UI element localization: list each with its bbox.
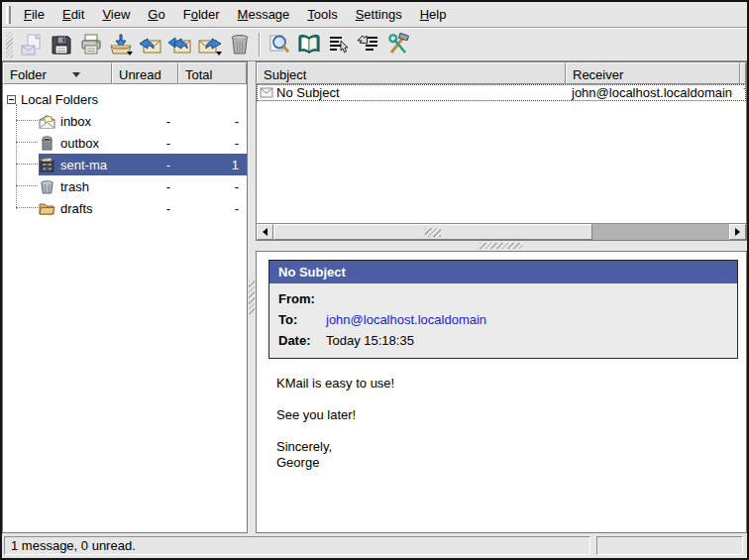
toolbar-drag-handle[interactable] xyxy=(6,32,13,57)
status-extra xyxy=(596,536,743,555)
reply-button[interactable] xyxy=(136,31,165,58)
drafts-folder-icon xyxy=(39,201,55,216)
menu-message[interactable]: Message xyxy=(229,4,299,25)
main-area: Folder Unread Total Local Folders xyxy=(2,61,747,533)
reply-icon xyxy=(138,33,163,56)
menu-settings[interactable]: Settings xyxy=(347,4,411,25)
floppy-icon xyxy=(50,33,73,56)
vertical-splitter[interactable] xyxy=(248,61,256,533)
toolbar xyxy=(2,28,747,61)
date-label: Date: xyxy=(278,333,320,348)
check-mail-button[interactable] xyxy=(106,31,136,58)
body-line: KMail is easy to use! xyxy=(276,376,746,392)
folder-unread-count: - xyxy=(112,136,178,151)
from-label: From: xyxy=(278,291,320,306)
folder-total-count: - xyxy=(178,179,247,194)
toolbar-separator xyxy=(259,33,261,56)
column-header-receiver[interactable]: Receiver xyxy=(566,62,740,84)
status-message: 1 message, 0 unread. xyxy=(4,536,590,555)
folder-item-trash[interactable]: trash - - xyxy=(3,175,247,197)
folder-label: inbox xyxy=(60,114,91,129)
new-message-button[interactable] xyxy=(17,31,47,58)
menu-file[interactable]: File xyxy=(15,4,54,25)
folder-unread-count: - xyxy=(112,114,178,129)
inbox-icon xyxy=(39,114,55,129)
tools-icon xyxy=(386,33,410,56)
delete-button[interactable] xyxy=(225,31,255,58)
column-header-date[interactable]: Date xyxy=(740,62,746,84)
forward-button[interactable] xyxy=(195,31,225,58)
folder-label: outbox xyxy=(60,136,99,151)
collapse-expander-icon[interactable] xyxy=(7,95,16,104)
menu-tools[interactable]: Tools xyxy=(298,4,346,25)
folder-pane: Folder Unread Total Local Folders xyxy=(2,61,248,533)
trash-folder-icon xyxy=(39,179,55,194)
next-unread-button[interactable] xyxy=(354,31,383,58)
folder-total-count: 1 xyxy=(178,158,247,172)
body-line: See you later! xyxy=(276,407,746,423)
folder-item-outbox[interactable]: outbox - - xyxy=(3,132,247,154)
address-book-button[interactable] xyxy=(294,31,324,58)
horizontal-splitter[interactable] xyxy=(256,241,747,251)
column-header-unread[interactable]: Unread xyxy=(112,62,178,84)
address-book-icon xyxy=(297,33,321,56)
to-address-link[interactable]: john@localhost.localdomain xyxy=(326,312,486,327)
tree-line xyxy=(16,164,38,165)
message-list-header: Subject Receiver Date xyxy=(257,62,746,84)
kmail-window: File Edit View Go Folder Message Tools S… xyxy=(0,0,749,560)
folder-list-header: Folder Unread Total xyxy=(3,62,247,84)
menu-bar: File Edit View Go Folder Message Tools S… xyxy=(2,2,747,28)
configure-button[interactable] xyxy=(383,31,413,58)
printer-icon xyxy=(79,33,103,56)
list-arrow-icon xyxy=(357,33,380,56)
to-field: To: john@localhost.localdomain xyxy=(269,309,737,330)
column-header-folder[interactable]: Folder xyxy=(3,62,112,84)
reply-all-button[interactable] xyxy=(165,31,195,58)
folder-item-drafts[interactable]: drafts - - xyxy=(3,197,247,219)
folder-total-count: - xyxy=(178,136,247,151)
menu-go[interactable]: Go xyxy=(139,4,173,25)
folder-item-local-folders[interactable]: Local Folders xyxy=(3,88,247,110)
from-field: From: xyxy=(269,288,737,309)
menubar-drag-handle[interactable] xyxy=(6,6,11,24)
menu-edit[interactable]: Edit xyxy=(54,4,93,25)
message-subject-cell: No Subject xyxy=(276,85,340,100)
column-header-subject[interactable]: Subject xyxy=(257,62,566,84)
folder-label: sent-ma xyxy=(60,158,107,172)
date-value: Today 15:18:35 xyxy=(326,333,414,348)
message-receiver-cell: john@localhost.localdomain xyxy=(566,85,740,100)
folder-total-count: - xyxy=(178,201,247,216)
find-messages-button[interactable] xyxy=(265,31,294,58)
save-button[interactable] xyxy=(47,31,76,58)
splitter-grip-icon xyxy=(480,243,523,249)
message-preview-pane: No Subject From: To: john@localhost.loca… xyxy=(256,251,747,533)
compose-icon xyxy=(20,33,44,56)
folder-label: drafts xyxy=(60,201,93,216)
dropdown-caret-icon xyxy=(127,52,133,56)
horizontal-scrollbar[interactable] xyxy=(257,223,746,240)
status-bar: 1 message, 0 unread. xyxy=(2,533,747,558)
column-header-folder-label: Folder xyxy=(10,67,47,82)
previous-unread-button[interactable] xyxy=(324,31,354,58)
menu-help[interactable]: Help xyxy=(411,4,456,25)
print-button[interactable] xyxy=(76,31,106,58)
message-subject-header: No Subject xyxy=(269,261,737,283)
scrollbar-thumb[interactable] xyxy=(273,224,592,240)
scroll-left-button[interactable] xyxy=(257,224,273,240)
message-list: No Subject john@localhost.localdomain To… xyxy=(257,84,746,223)
menu-folder[interactable]: Folder xyxy=(174,4,229,25)
folder-tree: Local Folders inbox - - xyxy=(3,84,247,532)
tree-line xyxy=(16,120,38,121)
message-header-box: No Subject From: To: john@localhost.loca… xyxy=(268,260,738,359)
right-column: Subject Receiver Date No Subject jo xyxy=(256,61,747,533)
message-row[interactable]: No Subject john@localhost.localdomain To… xyxy=(257,84,746,101)
folder-item-sent-ma[interactable]: sent-ma - 1 xyxy=(3,154,247,175)
scroll-right-button[interactable] xyxy=(729,224,746,240)
tree-line xyxy=(16,207,38,208)
dropdown-caret-icon xyxy=(216,52,222,56)
scrollbar-track[interactable] xyxy=(273,224,729,240)
menu-view[interactable]: View xyxy=(93,4,139,25)
folder-unread-count: - xyxy=(112,179,178,194)
folder-item-inbox[interactable]: inbox - - xyxy=(3,110,247,132)
column-header-total[interactable]: Total xyxy=(178,62,247,84)
